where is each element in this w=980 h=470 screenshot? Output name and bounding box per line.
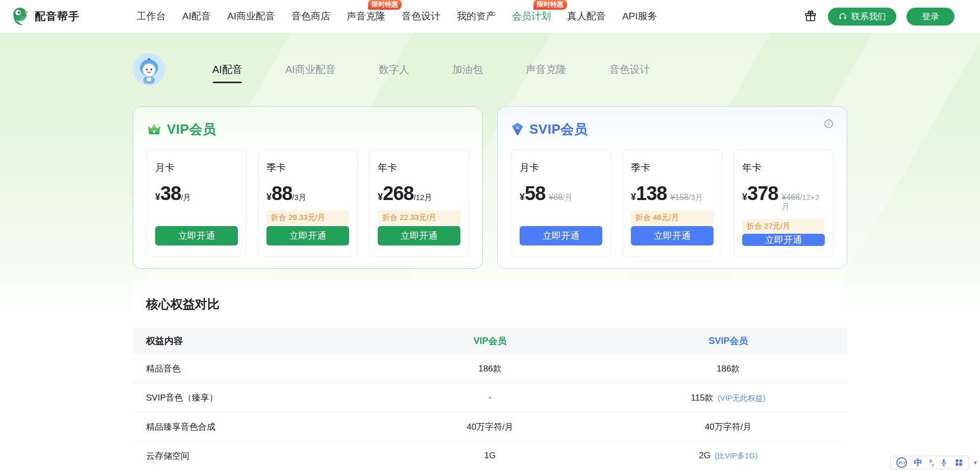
tab-digital-human[interactable]: 数字人	[379, 63, 409, 77]
microphone-icon[interactable]	[940, 458, 948, 467]
svip-note: (VIP无此权益)	[718, 393, 766, 402]
user-avatar[interactable]	[133, 53, 165, 86]
tabs-row: AI配音 AI商业配音 数字人 加油包 声音克隆 音色设计	[133, 53, 847, 86]
currency-symbol: ¥	[742, 192, 747, 203]
vip-plan-quarter: 季卡 ¥88/3月 折合 29.33元/月 立即开通	[258, 150, 358, 257]
plans-row: v VIP会员 月卡 ¥38/月 立即开通 季卡	[133, 106, 847, 269]
tab-label: 加油包	[452, 64, 483, 75]
benefits-comparison-card: 核心权益对比 权益内容 VIP会员 SVIP会员 精品音色 186款 186款 …	[133, 281, 847, 470]
benefit-name: 精品臻享音色合成	[133, 421, 371, 433]
currency-symbol: ¥	[520, 192, 525, 203]
plan-price: ¥378 ¥468/12+2月	[742, 184, 825, 212]
plan-price: ¥38/月	[155, 184, 238, 203]
plan-name: 年卡	[378, 161, 460, 175]
ime-apps-grid-icon[interactable]	[954, 458, 963, 467]
app-logo[interactable]: 配音帮手	[11, 7, 80, 26]
price-amount: 38	[160, 184, 181, 203]
svg-text:s: s	[516, 125, 519, 130]
nav-item-ai-commercial-dubbing[interactable]: AI商业配音	[227, 8, 275, 25]
limited-offer-badge: 限时特惠	[368, 0, 402, 10]
nav-item-membership-plan[interactable]: 限时特惠 会员计划	[512, 8, 551, 25]
comparison-title: 核心权益对比	[133, 296, 847, 312]
column-header-benefit: 权益内容	[133, 335, 371, 347]
ifly-logo-icon[interactable]: iFLY	[896, 457, 907, 468]
svip-quarter-open-button[interactable]: 立即开通	[631, 226, 714, 245]
svip-card: s SVIP会员 月卡 ¥58 ¥6	[497, 106, 847, 269]
vip-value: 186款	[371, 363, 609, 375]
price-amount: 268	[383, 184, 413, 203]
nav-item-ai-dubbing[interactable]: AI配音	[182, 8, 211, 25]
nav-label: AI商业配音	[227, 11, 275, 21]
vip-quarter-open-button[interactable]: 立即开通	[266, 226, 349, 245]
membership-page: AI配音 AI商业配音 数字人 加油包 声音克隆 音色设计 v	[0, 33, 980, 470]
headset-icon	[838, 12, 847, 21]
parrot-logo-icon	[11, 7, 30, 26]
table-row: 云存储空间 1G 2G(比VIP多1G)	[133, 441, 847, 470]
column-header-svip: SVIP会员	[609, 335, 847, 347]
nav-item-voice-store[interactable]: 音色商店	[291, 8, 330, 25]
vip-year-open-button[interactable]: 立即开通	[378, 226, 460, 245]
vip-value: 40万字符/月	[371, 421, 609, 433]
nav-item-my-assets[interactable]: 我的资产	[457, 8, 496, 25]
ime-toolbar: iFLY 中 °, ▾	[890, 456, 977, 469]
nav-label: 声音克隆	[347, 11, 385, 21]
gift-icon[interactable]	[803, 9, 818, 23]
svip-title: SVIP会员	[529, 120, 587, 138]
currency-symbol: ¥	[155, 192, 160, 203]
nav-item-human-dubbing[interactable]: 真人配音	[567, 8, 606, 25]
price-period: /3月	[292, 193, 306, 203]
svip-note: (比VIP多1G)	[715, 451, 757, 460]
tab-booster-pack[interactable]: 加油包	[452, 63, 483, 77]
ime-language-toggle[interactable]: 中	[914, 458, 922, 467]
currency-symbol: ¥	[266, 192, 272, 203]
nav-item-voice-design[interactable]: 音色设计	[402, 8, 440, 25]
tab-ai-commercial-dubbing[interactable]: AI商业配音	[285, 63, 336, 77]
vip-crown-icon: v	[146, 122, 162, 136]
currency-symbol: ¥	[378, 192, 383, 203]
original-price: ¥68/月	[549, 193, 572, 203]
discount-badge: 折合 29.33元/月	[266, 210, 349, 225]
svip-year-open-button[interactable]: 立即开通	[742, 234, 825, 246]
tab-label: 声音克隆	[526, 64, 567, 75]
nav-label: AI配音	[182, 11, 211, 21]
ime-punctuation-toggle[interactable]: °,	[929, 459, 933, 466]
app-title: 配音帮手	[35, 9, 80, 23]
price-amount: 378	[747, 184, 778, 203]
column-header-vip: VIP会员	[371, 335, 609, 347]
discount-badge: 折合 46元/月	[631, 210, 714, 225]
contact-button[interactable]: 联系我们	[828, 8, 896, 26]
tab-label: AI商业配音	[285, 64, 336, 75]
nav-item-voice-clone[interactable]: 限时特惠 声音克隆	[347, 8, 385, 25]
login-button[interactable]: 登录	[906, 8, 954, 26]
plan-name: 季卡	[631, 161, 714, 175]
vip-card-header: v VIP会员	[146, 120, 469, 138]
vip-value: -	[371, 392, 609, 403]
svip-value: 40万字符/月	[609, 421, 847, 433]
top-navbar: 配音帮手 工作台 AI配音 AI商业配音 音色商店 限时特惠 声音克隆 音色设计…	[0, 0, 980, 33]
ime-collapse-caret[interactable]: ▾	[973, 459, 977, 466]
plan-price: ¥268/12月	[378, 184, 460, 203]
price-period: /月	[181, 193, 190, 203]
svip-plan-year: 年卡 ¥378 ¥468/12+2月 折合 27元/月 立即开通	[733, 150, 834, 257]
vip-month-open-button[interactable]: 立即开通	[155, 226, 238, 245]
tab-ai-dubbing[interactable]: AI配音	[212, 63, 242, 77]
tab-voice-design[interactable]: 音色设计	[609, 63, 650, 77]
original-price: ¥468/12+2月	[781, 193, 825, 212]
benefit-name: 精品音色	[133, 363, 371, 375]
mascot-avatar-image	[133, 53, 165, 86]
discount-badge: 折合 27元/月	[742, 219, 825, 234]
navbar-actions: 联系我们 登录	[803, 8, 954, 26]
info-icon[interactable]	[824, 119, 834, 131]
login-button-label: 登录	[922, 11, 939, 22]
svip-gem-icon: s	[511, 122, 524, 136]
svip-value: 115款(VIP无此权益)	[609, 392, 847, 404]
tab-voice-clone[interactable]: 声音克隆	[526, 63, 567, 77]
nav-label: 音色商店	[291, 11, 330, 21]
svip-card-header: s SVIP会员	[511, 120, 834, 138]
svip-value: 2G(比VIP多1G)	[609, 451, 847, 461]
nav-item-api-service[interactable]: API服务	[622, 8, 657, 25]
vip-value: 1G	[371, 451, 609, 461]
nav-item-workbench[interactable]: 工作台	[137, 8, 166, 25]
svip-month-open-button[interactable]: 立即开通	[520, 226, 602, 245]
plan-price: ¥138 ¥158/3月	[631, 184, 714, 203]
